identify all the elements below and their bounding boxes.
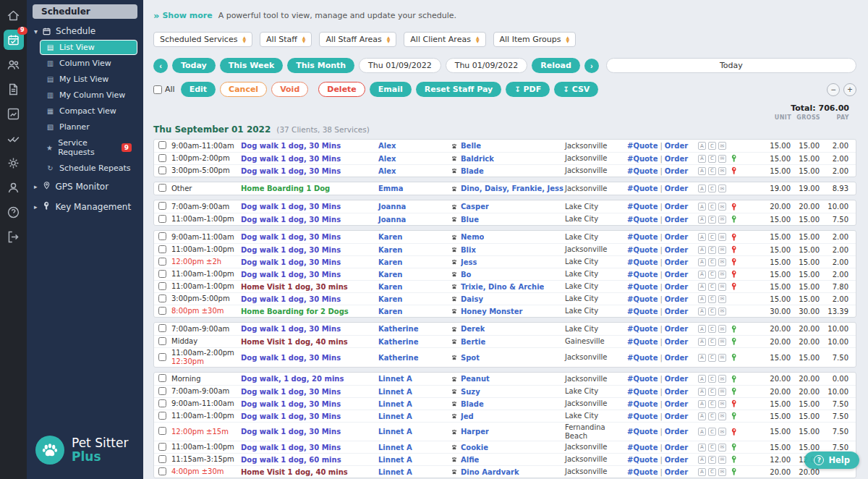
quote-link[interactable]: #Quote	[627, 308, 658, 315]
row-checkbox[interactable]	[158, 399, 166, 407]
pet-link[interactable]: Alfie	[461, 456, 479, 464]
quote-link[interactable]: #Quote	[627, 216, 658, 224]
this-month-button[interactable]: This Month	[287, 58, 354, 73]
service-link[interactable]: Dog walk 1 dog, 30 Mins	[241, 412, 378, 420]
mail-icon-button[interactable]: ✉	[718, 203, 726, 211]
order-link[interactable]: Order	[665, 468, 688, 476]
mail-icon-button[interactable]: ✉	[718, 295, 726, 303]
quote-link[interactable]: #Quote	[627, 246, 658, 254]
row-checkbox[interactable]	[158, 387, 166, 395]
mail-icon-button[interactable]: ✉	[718, 325, 726, 333]
pet-link[interactable]: Blade	[461, 167, 484, 175]
confirm-icon-button[interactable]: C	[708, 142, 716, 150]
confirm-icon-button[interactable]: C	[708, 258, 716, 266]
quote-link[interactable]: #Quote	[627, 444, 658, 452]
reports-icon[interactable]	[4, 103, 24, 124]
row-checkbox[interactable]	[158, 245, 166, 253]
sidebar-item-compact-view[interactable]: ▦Compact View	[40, 103, 137, 119]
acknowledge-icon-button[interactable]: A	[698, 185, 706, 192]
order-link[interactable]: Order	[665, 271, 688, 279]
confirm-icon-button[interactable]: C	[708, 428, 716, 436]
schedule-row[interactable]: 11:00am-1:00pm Dog walk 1 dog, 30 Mins K…	[154, 243, 856, 255]
pet-link[interactable]: Harper	[461, 428, 489, 436]
mail-icon-button[interactable]: ✉	[718, 283, 726, 291]
mail-icon-button[interactable]: ✉	[718, 338, 726, 346]
service-link[interactable]: Dog walk 1 dog, 30 Mins	[241, 388, 378, 396]
order-link[interactable]: Order	[665, 295, 688, 303]
service-link[interactable]: Dog walk 1 dog, 30 Mins	[241, 400, 378, 408]
acknowledge-icon-button[interactable]: A	[698, 354, 706, 362]
confirm-icon-button[interactable]: C	[708, 388, 716, 396]
sidebar-item-key-management[interactable]: ▸Key Management	[27, 197, 143, 217]
mail-icon-button[interactable]: ✉	[718, 400, 726, 408]
pet-link[interactable]: Casper	[461, 203, 489, 211]
schedule-row[interactable]: 9:00am-11:00am Dog walk 1 dog, 30 Mins L…	[154, 397, 856, 410]
pet-link[interactable]: Dino, Daisy, Frankie, Jess	[461, 185, 563, 192]
service-link[interactable]: Dog walk 1 dog, 30 Mins	[241, 428, 378, 436]
row-checkbox[interactable]	[158, 202, 166, 210]
staff-link[interactable]: Karen	[378, 258, 451, 266]
sidebar-item-planner[interactable]: ▧Planner	[40, 119, 137, 135]
order-link[interactable]: Order	[665, 325, 688, 333]
acknowledge-icon-button[interactable]: A	[698, 295, 706, 303]
staff-link[interactable]: Katherine	[378, 338, 451, 346]
acknowledge-icon-button[interactable]: A	[698, 167, 706, 175]
row-checkbox[interactable]	[158, 258, 166, 266]
zoom-in-button[interactable]: +	[843, 83, 856, 96]
order-link[interactable]: Order	[665, 444, 688, 452]
row-checkbox[interactable]	[158, 353, 166, 361]
confirm-icon-button[interactable]: C	[708, 325, 716, 333]
sidebar-item-gps-monitor[interactable]: ▸GPS Monitor	[27, 177, 143, 197]
clients-icon[interactable]	[4, 54, 24, 75]
confirm-icon-button[interactable]: C	[708, 185, 716, 192]
staff-link[interactable]: Alex	[378, 155, 451, 163]
schedule-row[interactable]: 11:15am-3:15pm Dog walk 1 dog, 60 mins L…	[154, 453, 856, 465]
sidebar-section-schedule[interactable]: ▾ Schedule	[27, 22, 143, 39]
sidebar-item-my-column-view[interactable]: ▥My Column View	[40, 88, 137, 103]
row-checkbox[interactable]	[158, 374, 166, 382]
order-link[interactable]: Order	[665, 155, 688, 163]
service-link[interactable]: Home Visit 1 dog, 40 mins	[241, 468, 378, 476]
confirm-icon-button[interactable]: C	[708, 308, 716, 315]
row-checkbox[interactable]	[158, 270, 166, 278]
staff-link[interactable]: Karen	[378, 295, 451, 303]
order-link[interactable]: Order	[665, 338, 688, 346]
staff-link[interactable]: Katherine	[378, 354, 451, 362]
order-link[interactable]: Order	[665, 400, 688, 408]
acknowledge-icon-button[interactable]: A	[698, 283, 706, 291]
mail-icon-button[interactable]: ✉	[718, 444, 726, 452]
mail-icon-button[interactable]: ✉	[718, 388, 726, 396]
order-link[interactable]: Order	[665, 216, 688, 224]
schedule-row[interactable]: 7:00am-9:00am Dog walk 1 dog, 30 Mins Li…	[154, 385, 856, 397]
quote-link[interactable]: #Quote	[627, 203, 658, 211]
row-checkbox[interactable]	[158, 294, 166, 302]
row-checkbox[interactable]	[158, 427, 166, 435]
service-link[interactable]: Dog walk 1 dog, 30 Mins	[241, 271, 378, 279]
pet-link[interactable]: Baldrick	[461, 155, 494, 163]
schedule-row[interactable]: 11:00am-1:00pm Home Visit 1 dog, 30 mins…	[154, 280, 856, 292]
service-link[interactable]: Home Visit 1 dog, 40 mins	[241, 338, 378, 346]
pet-link[interactable]: Daisy	[461, 295, 483, 303]
quote-link[interactable]: #Quote	[627, 375, 658, 383]
row-checkbox[interactable]	[158, 166, 166, 174]
staff-link[interactable]: Joanna	[378, 203, 451, 211]
schedule-row[interactable]: 7:00am-9:00am Dog walk 1 dog, 30 Mins Ka…	[154, 323, 856, 335]
filter-select-all-item-groups[interactable]: All Item Groups▲▼	[493, 32, 576, 47]
confirm-icon-button[interactable]: C	[708, 412, 716, 420]
staff-link[interactable]: Linnet A	[378, 388, 451, 396]
mail-icon-button[interactable]: ✉	[718, 142, 726, 150]
filter-select-all-staff-areas[interactable]: All Staff Areas▲▼	[319, 32, 396, 47]
delete-button[interactable]: Delete	[318, 82, 365, 97]
staff-link[interactable]: Alex	[378, 142, 451, 150]
pet-link[interactable]: Spot	[461, 354, 480, 362]
next-day-button[interactable]: ›	[584, 59, 599, 73]
acknowledge-icon-button[interactable]: A	[698, 142, 706, 150]
acknowledge-icon-button[interactable]: A	[698, 271, 706, 279]
acknowledge-icon-button[interactable]: A	[698, 375, 706, 383]
quote-link[interactable]: #Quote	[627, 468, 658, 476]
row-checkbox[interactable]	[158, 141, 166, 149]
confirm-icon-button[interactable]: C	[708, 167, 716, 175]
sidebar-item-schedule-repeats[interactable]: ↻Schedule Repeats	[40, 161, 137, 176]
confirm-icon-button[interactable]: C	[708, 295, 716, 303]
confirm-icon-button[interactable]: C	[708, 216, 716, 224]
